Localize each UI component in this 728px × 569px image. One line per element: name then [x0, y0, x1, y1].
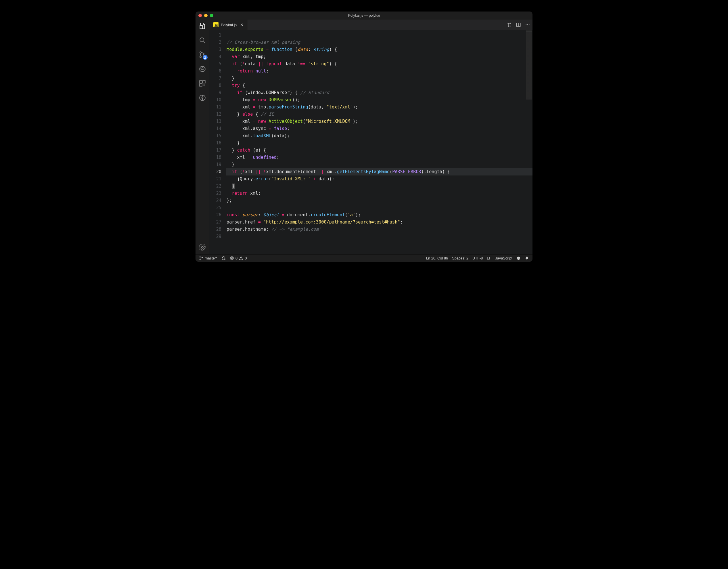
svg-point-23 [518, 258, 518, 258]
status-bar: master* 0 0 Ln 20, Col 86 Spaces: 2 UTF-… [196, 254, 532, 262]
cursor-position[interactable]: Ln 20, Col 86 [426, 256, 448, 260]
svg-rect-5 [200, 80, 202, 83]
settings-icon[interactable] [198, 243, 206, 251]
svg-point-0 [200, 38, 204, 42]
js-file-icon: JS [213, 22, 219, 27]
tab-label: Polykai.js [221, 23, 237, 27]
explorer-icon[interactable] [198, 22, 206, 30]
sync-icon[interactable] [221, 256, 226, 260]
svg-point-10 [202, 97, 203, 99]
code-area[interactable]: // Cross-browser xml parsingmodule.expor… [225, 30, 532, 254]
tab-polykai-js[interactable]: JS Polykai.js ✕ [209, 20, 248, 30]
more-actions-icon[interactable] [525, 22, 530, 27]
svg-point-15 [526, 24, 526, 25]
error-count: 0 [235, 256, 237, 260]
compare-changes-icon[interactable] [507, 22, 512, 27]
activity-bar: 2 [196, 20, 209, 254]
feedback-icon[interactable] [516, 256, 521, 260]
indentation-status[interactable]: Spaces: 2 [452, 256, 468, 260]
scm-badge: 2 [203, 55, 208, 60]
window-title: Polykai.js — polykai [196, 14, 532, 18]
svg-point-18 [200, 256, 201, 257]
warning-count: 0 [245, 256, 247, 260]
svg-rect-7 [200, 84, 202, 86]
debug-icon[interactable] [198, 65, 206, 73]
svg-point-1 [200, 52, 201, 53]
svg-rect-6 [203, 80, 205, 83]
svg-point-19 [200, 259, 201, 260]
svg-point-4 [200, 66, 205, 72]
line-gutter: 1234567891011121314151617181920212223242… [209, 30, 225, 254]
gitlens-icon[interactable] [198, 94, 206, 102]
svg-point-11 [201, 246, 203, 248]
branch-name: master* [205, 256, 217, 260]
extensions-icon[interactable] [198, 79, 206, 87]
split-editor-icon[interactable] [516, 22, 521, 27]
svg-point-13 [510, 23, 511, 24]
svg-point-22 [517, 256, 520, 260]
svg-point-2 [200, 56, 201, 57]
search-icon[interactable] [198, 36, 206, 44]
problems-status[interactable]: 0 0 [230, 256, 247, 260]
svg-rect-8 [203, 84, 205, 86]
vscode-window: Polykai.js — polykai 2 [196, 11, 532, 262]
git-branch-status[interactable]: master* [199, 256, 217, 260]
titlebar: Polykai.js — polykai [196, 11, 532, 20]
svg-point-12 [508, 26, 509, 27]
eol-status[interactable]: LF [487, 256, 491, 260]
svg-point-24 [519, 258, 520, 258]
notifications-icon[interactable] [525, 256, 529, 260]
minimap[interactable] [526, 30, 532, 99]
code-editor[interactable]: 1234567891011121314151617181920212223242… [209, 30, 532, 254]
svg-point-16 [527, 24, 528, 25]
editor-group: JS Polykai.js ✕ [209, 20, 532, 254]
close-tab-icon[interactable]: ✕ [240, 22, 244, 27]
svg-point-17 [529, 24, 530, 25]
tab-bar: JS Polykai.js ✕ [209, 20, 532, 30]
editor-actions [507, 20, 530, 30]
source-control-icon[interactable]: 2 [198, 51, 206, 59]
language-mode[interactable]: JavaScript [495, 256, 512, 260]
encoding-status[interactable]: UTF-8 [472, 256, 483, 260]
